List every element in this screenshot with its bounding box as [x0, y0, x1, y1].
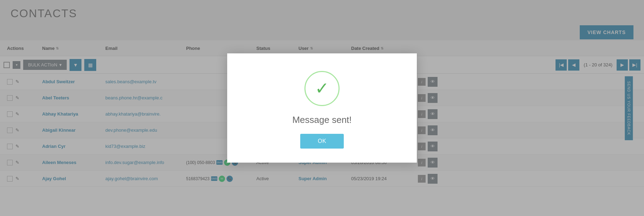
modal-message: Message sent! [292, 114, 351, 125]
checkmark-icon: ✓ [315, 80, 329, 97]
success-circle: ✓ [304, 71, 340, 106]
success-modal: ✓ Message sent! OK [227, 53, 417, 163]
ok-button[interactable]: OK [300, 134, 344, 149]
modal-overlay: ✓ Message sent! OK [0, 0, 644, 216]
